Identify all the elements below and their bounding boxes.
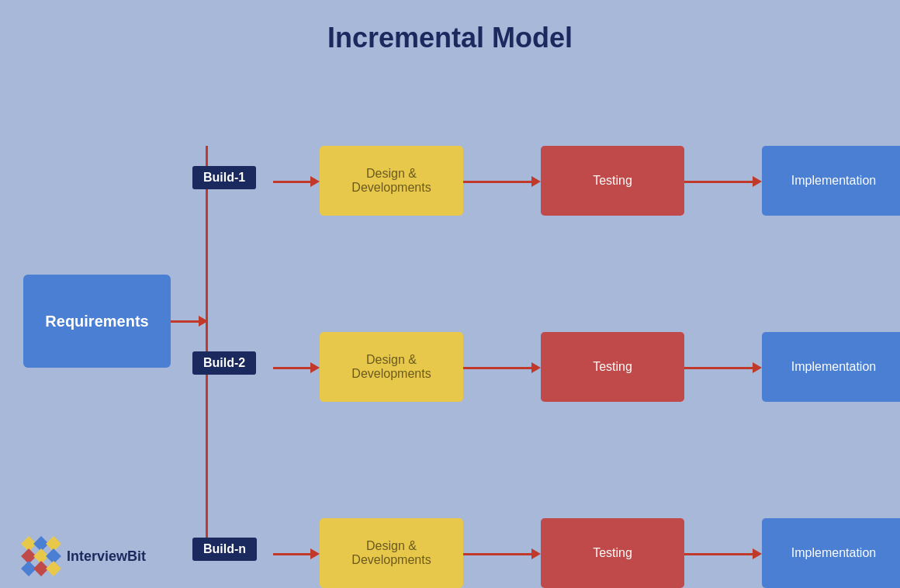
arrow-build1-to-design [273,176,320,187]
impl-box-2: Implementation [762,332,900,402]
arrow-testing3-to-impl [684,548,762,559]
arrow-buildn-to-design [273,548,320,559]
design-box-1: Design & Developments [320,146,463,216]
requirements-arrow [171,316,208,327]
arrow-testing2-to-impl [684,362,762,373]
design-box-3: Design & Developments [320,518,463,588]
logo-area: InterviewBit [23,538,146,574]
arrow-design1-to-testing [463,176,541,187]
arrow-design2-to-testing [463,362,541,373]
diagram-container: Requirements Build-1 Design & Developmen… [0,62,900,580]
arrow-build2-to-design [273,362,320,373]
build-2-label: Build-2 [192,351,256,375]
testing-box-2: Testing [541,332,684,402]
build-n-label: Build-n [192,538,257,561]
arrow-design3-to-testing [463,548,541,559]
requirements-box: Requirements [23,275,171,368]
logo-diamonds [23,538,59,574]
design-box-2: Design & Developments [320,332,463,402]
logo-text: InterviewBit [67,548,146,565]
build-1-label: Build-1 [192,166,256,189]
arrow-line [171,320,199,323]
arrow-testing1-to-impl [684,176,762,187]
testing-box-3: Testing [541,518,684,588]
diamond-9 [46,561,61,576]
impl-box-1: Implementation [762,146,900,216]
testing-box-1: Testing [541,146,684,216]
page-title: Incremental Model [0,0,900,54]
impl-box-3: Implementation [762,518,900,588]
